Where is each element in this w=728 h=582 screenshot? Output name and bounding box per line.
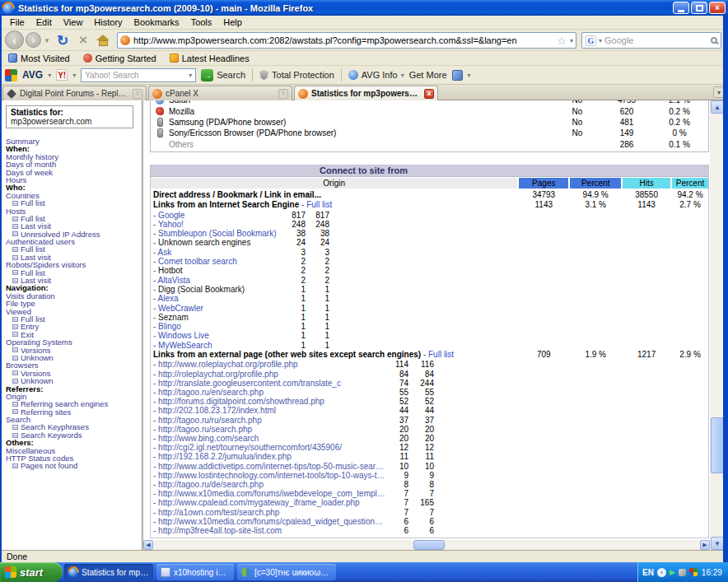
full-list-link[interactable]: Full list xyxy=(423,350,454,359)
search-bar[interactable]: G ▾ Google xyxy=(581,32,721,49)
search-engine-dropdown-icon[interactable]: ▾ xyxy=(599,37,602,44)
referrer-url-link[interactable]: http://www.x10media.com/forums/iwebdevel… xyxy=(151,489,385,498)
search-engine-link[interactable]: Blingo xyxy=(151,322,284,331)
bookmark-latest-headlines[interactable]: Latest Headlines xyxy=(170,54,250,63)
tab-close-icon[interactable]: x xyxy=(133,89,142,99)
referrer-url-link[interactable]: http://www.x10media.com/forums/cpalead_w… xyxy=(151,517,385,526)
browser-tab[interactable]: Statistics for mp3powersearch.c... x xyxy=(294,86,438,100)
start-button[interactable]: start xyxy=(0,562,63,582)
avg-search-dropdown-icon[interactable]: ▾ xyxy=(189,72,192,79)
search-engine-link[interactable]: Unknown search engines xyxy=(151,238,284,247)
scroll-left-icon[interactable]: ◀ xyxy=(143,540,153,550)
sidebar-item[interactable]: Hours xyxy=(6,176,140,184)
menu-item[interactable]: Tools xyxy=(186,16,217,28)
referrer-url-link[interactable]: http://192.168.2.2/jumulua/index.php xyxy=(151,452,385,461)
menu-item[interactable]: File xyxy=(5,16,30,28)
referrer-url-link[interactable]: http://www.bing.com/search xyxy=(151,434,385,443)
referrer-url-link[interactable]: http://202.108.23.172/index.html xyxy=(151,406,385,415)
search-icon[interactable] xyxy=(711,37,717,44)
avg-extra-icon[interactable] xyxy=(452,70,463,81)
browser-tab[interactable]: cPanel X x xyxy=(148,86,292,100)
yahoo-dropdown-icon[interactable]: ▾ xyxy=(72,72,76,79)
taskbar-button[interactable]: Statistics for mp3pow... xyxy=(64,564,153,580)
back-button[interactable]: ‹ xyxy=(5,30,24,49)
search-engine-link[interactable]: Hotbot xyxy=(151,266,284,275)
search-engine-link[interactable]: Digg (Social Bookmark) xyxy=(151,285,284,294)
search-engine-link[interactable]: Alexa xyxy=(151,294,284,303)
referrer-url-link[interactable]: http://roleplaychat.org/profile.php xyxy=(151,370,385,379)
referrer-url-link[interactable]: http://tagoo.ru/en/search.php xyxy=(151,388,385,397)
horizontal-scrollbar[interactable]: ◀ ▶ xyxy=(143,540,710,550)
search-engine-link[interactable]: Stumbleupon (Social Bookmark) xyxy=(151,229,284,238)
url-text[interactable]: http://www.mp3powersearch.com:2082/awsta… xyxy=(133,35,553,45)
menu-item[interactable]: History xyxy=(89,16,127,28)
pages-value: 3 xyxy=(284,248,306,257)
referrer-url-link[interactable]: http://tagoo.ru/de/search.php xyxy=(151,480,385,489)
sidebar-item[interactable]: Full list xyxy=(6,199,140,207)
referrer-url-link[interactable]: http://tagoo.ru/search.php xyxy=(151,425,385,434)
menu-item[interactable]: Help xyxy=(218,16,247,28)
avg-tray-icon[interactable] xyxy=(689,568,698,576)
close-button[interactable]: × xyxy=(709,2,726,14)
tray-arrow-icon[interactable]: ▶ xyxy=(670,568,675,576)
search-engine-link[interactable]: Comet toolbar search xyxy=(151,257,284,266)
get-more-button[interactable]: Get More xyxy=(409,70,447,80)
browser-tab[interactable]: Digital Point Forums - Reply to Topic x xyxy=(2,86,147,100)
scroll-right-icon[interactable]: ▶ xyxy=(700,540,710,550)
search-engine-link[interactable]: MyWebSearch xyxy=(151,341,284,350)
avg-search-button[interactable]: →Search xyxy=(201,69,245,81)
scroll-up-icon[interactable]: ▲ xyxy=(711,100,724,114)
horizontal-scrollbar-thumb[interactable] xyxy=(413,540,445,550)
vertical-scrollbar-thumb[interactable] xyxy=(711,417,724,473)
search-input[interactable]: Google xyxy=(604,35,708,45)
menu-item[interactable]: Edit xyxy=(31,16,57,28)
sidebar-item[interactable]: Pages not found xyxy=(6,462,140,469)
taskbar-button[interactable]: x10hosting info - Not... xyxy=(156,564,234,580)
home-button[interactable] xyxy=(95,33,111,48)
search-engine-link[interactable]: Yahoo! xyxy=(151,220,284,229)
tab-close-icon[interactable]: x xyxy=(424,89,434,99)
total-protection-button[interactable]: Total Protection xyxy=(259,70,334,80)
search-engine-link[interactable]: Google xyxy=(151,211,284,220)
referrer-url-link[interactable]: http://www.cpalead.com/mygateway_iframe_… xyxy=(151,498,385,507)
taskbar-button[interactable]: [c=30]тнє uикиоωи ι... xyxy=(237,564,336,580)
url-dropdown-icon[interactable]: ▾ xyxy=(570,37,573,44)
search-engine-link[interactable]: Windows Live xyxy=(151,331,284,340)
referrer-url-link[interactable]: http://cgi2.igl.net/tourney/southerncomf… xyxy=(151,443,385,452)
bookmark-getting-started[interactable]: Getting Started xyxy=(83,54,156,63)
referrer-url-link[interactable]: http://mp3free4all.top-site-list.com xyxy=(151,526,385,535)
bookmark-star-icon[interactable]: ☆ xyxy=(557,35,567,47)
search-engine-link[interactable]: WebCrawler xyxy=(151,304,284,313)
referrer-url-link[interactable]: http://www.roleplaychat.org/profile.php xyxy=(151,360,385,369)
forward-button[interactable]: › xyxy=(26,32,41,48)
referrer-url-link[interactable]: http://forums.digitalpoint.com/showthrea… xyxy=(151,397,385,406)
search-engine-link[interactable]: Ask xyxy=(151,248,284,257)
avg-search-input[interactable]: Yahoo! Search ▾ xyxy=(81,68,196,82)
menu-item[interactable]: Bookmarks xyxy=(129,16,184,28)
referrer-url-link[interactable]: http://translate.googleusercontent.com/t… xyxy=(151,379,385,388)
hide-icons-chevron-icon[interactable]: ‹ xyxy=(657,568,666,577)
history-dropdown-icon[interactable]: ▾ xyxy=(43,36,51,44)
avg-extra-dropdown-icon[interactable]: ▾ xyxy=(468,72,471,79)
maximize-button[interactable] xyxy=(691,2,707,14)
address-bar[interactable]: http://www.mp3powersearch.com:2082/awsta… xyxy=(117,32,576,49)
referrer-url-link[interactable]: http://tagoo.ru/ru/search.php xyxy=(151,416,385,425)
menu-item[interactable]: View xyxy=(58,16,88,28)
minimize-button[interactable] xyxy=(673,2,689,14)
language-indicator[interactable]: EN xyxy=(642,568,654,577)
stop-button[interactable]: × xyxy=(74,31,92,49)
yahoo-icon[interactable]: Y! xyxy=(56,69,68,81)
search-engine-link[interactable]: Seznam xyxy=(151,313,284,322)
referrer-url-link[interactable]: http://www.lostintechnology.com/internet… xyxy=(151,471,385,480)
scroll-down-icon[interactable]: ▼ xyxy=(711,537,724,550)
avg-info-button[interactable]: AVG Info▾ xyxy=(348,70,404,80)
tab-close-icon[interactable]: x xyxy=(278,89,288,99)
referrer-url-link[interactable]: http://www.addictivetips.com/internet-ti… xyxy=(151,462,385,471)
referrer-url-link[interactable]: http://a1own.com/test/search.php xyxy=(151,508,385,517)
reload-button[interactable]: ↻ xyxy=(54,31,72,49)
tray-app-icon[interactable] xyxy=(679,569,686,576)
full-list-link[interactable]: Full list xyxy=(301,200,332,209)
bookmark-most-visited[interactable]: Most Visited xyxy=(8,54,70,63)
avg-dropdown-icon[interactable]: ▾ xyxy=(48,72,51,79)
search-engine-link[interactable]: AltaVista xyxy=(151,276,284,285)
